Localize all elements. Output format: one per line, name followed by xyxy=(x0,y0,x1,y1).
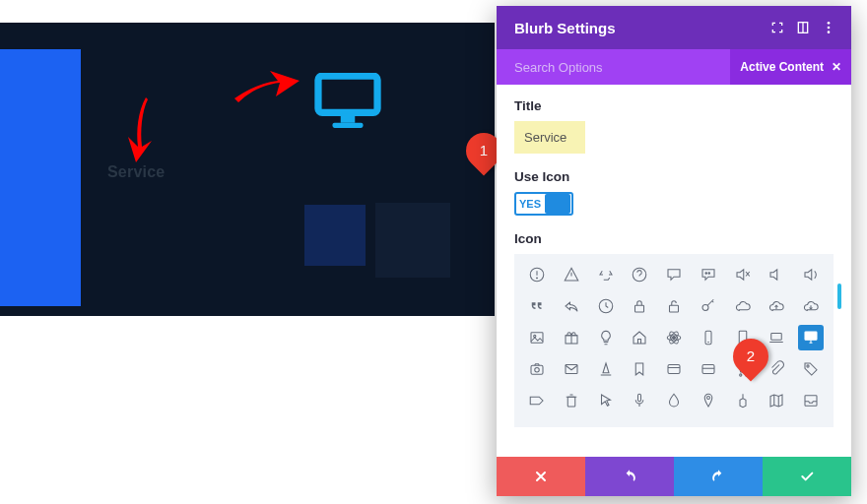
icon-grid xyxy=(514,254,834,427)
svg-point-6 xyxy=(828,27,831,30)
vol-hi-icon[interactable] xyxy=(798,262,824,287)
gift-icon[interactable] xyxy=(559,325,584,350)
card-icon[interactable] xyxy=(661,356,687,382)
vol-mute-icon[interactable] xyxy=(730,262,756,287)
map-icon[interactable] xyxy=(764,388,789,413)
title-input[interactable] xyxy=(514,121,834,154)
cloud-icon[interactable] xyxy=(730,293,756,319)
title-label: Title xyxy=(514,98,834,113)
icon-label: Icon xyxy=(514,231,834,246)
more-icon[interactable] xyxy=(816,15,841,40)
image-icon[interactable] xyxy=(524,325,550,350)
clock-icon[interactable] xyxy=(593,293,619,319)
card2-icon[interactable] xyxy=(696,356,721,382)
settings-panel: Blurb Settings Active Content ✕ Title xyxy=(497,6,851,496)
svg-rect-41 xyxy=(702,365,714,374)
exclamation-icon[interactable] xyxy=(524,262,550,287)
expand-icon[interactable] xyxy=(790,15,816,40)
redo-button[interactable] xyxy=(674,457,763,496)
cursor-icon[interactable] xyxy=(593,388,619,413)
close-icon[interactable]: ✕ xyxy=(832,60,841,74)
panel-body: Title Use Icon YES Icon xyxy=(497,85,851,457)
preview-box-navy xyxy=(375,203,450,278)
red-arrow-right xyxy=(229,63,307,112)
panel-search-bar: Active Content ✕ xyxy=(497,49,851,85)
svg-rect-2 xyxy=(332,123,363,128)
svg-point-13 xyxy=(705,273,707,275)
cloud-up-icon[interactable] xyxy=(764,293,789,319)
active-content-tag[interactable]: Active Content ✕ xyxy=(730,49,851,85)
atom-icon[interactable] xyxy=(661,325,687,350)
mail-icon[interactable] xyxy=(559,356,584,382)
pin-icon[interactable] xyxy=(696,388,721,413)
bookmark-icon[interactable] xyxy=(627,356,652,382)
speech-dots-icon[interactable] xyxy=(696,262,721,287)
key-icon[interactable] xyxy=(696,293,721,319)
drop-icon[interactable] xyxy=(661,388,687,413)
trash-icon[interactable] xyxy=(559,388,584,413)
svg-rect-18 xyxy=(635,305,644,312)
svg-point-7 xyxy=(828,31,831,33)
svg-rect-37 xyxy=(566,365,577,374)
svg-rect-47 xyxy=(638,394,641,402)
svg-point-25 xyxy=(673,337,676,340)
active-content-label: Active Content xyxy=(740,60,824,74)
cone-icon[interactable] xyxy=(593,356,619,382)
lock-icon[interactable] xyxy=(627,293,652,319)
red-arrow-left xyxy=(108,92,167,170)
thumb-icon[interactable] xyxy=(730,388,756,413)
inbox-icon[interactable] xyxy=(798,388,824,413)
svg-point-43 xyxy=(739,374,741,376)
tag-icon[interactable] xyxy=(798,356,824,382)
monitor-icon xyxy=(314,73,381,130)
svg-rect-1 xyxy=(341,113,356,122)
svg-point-45 xyxy=(807,365,809,367)
preview-canvas: Service xyxy=(0,23,495,316)
use-icon-toggle[interactable]: YES xyxy=(514,192,573,216)
toggle-text: YES xyxy=(516,198,544,210)
svg-point-36 xyxy=(535,368,540,373)
camera-icon[interactable] xyxy=(524,356,550,382)
label-icon[interactable] xyxy=(524,388,550,413)
use-icon-label: Use Icon xyxy=(514,169,834,184)
svg-rect-19 xyxy=(670,305,679,312)
svg-rect-46 xyxy=(567,397,575,407)
preview-box-dark-blue xyxy=(304,205,366,266)
svg-point-48 xyxy=(706,397,709,400)
confirm-button[interactable] xyxy=(763,457,851,496)
recycle-icon[interactable] xyxy=(593,262,619,287)
svg-rect-0 xyxy=(318,76,377,112)
cloud-down-icon[interactable] xyxy=(798,293,824,319)
question-icon[interactable] xyxy=(627,262,652,287)
mic-icon[interactable] xyxy=(627,388,652,413)
toggle-knob xyxy=(545,194,570,214)
warning-icon[interactable] xyxy=(559,262,584,287)
reply-icon[interactable] xyxy=(559,293,584,319)
quote-icon[interactable] xyxy=(524,293,550,319)
panel-title: Blurb Settings xyxy=(514,20,765,36)
monitor-icon[interactable] xyxy=(798,325,824,350)
vol-low-icon[interactable] xyxy=(764,262,789,287)
svg-rect-34 xyxy=(805,332,817,340)
svg-rect-39 xyxy=(668,365,680,374)
bulb-icon[interactable] xyxy=(593,325,619,350)
cancel-button[interactable] xyxy=(497,457,585,496)
focus-icon[interactable] xyxy=(765,15,790,40)
svg-point-20 xyxy=(702,305,708,311)
svg-rect-21 xyxy=(531,333,543,344)
home-icon[interactable] xyxy=(627,325,652,350)
icon-scroll-thumb[interactable] xyxy=(837,284,841,309)
speech-icon[interactable] xyxy=(661,262,687,287)
svg-point-10 xyxy=(537,278,538,279)
svg-rect-51 xyxy=(805,396,817,407)
undo-button[interactable] xyxy=(585,457,674,496)
callout-2: 2 xyxy=(726,332,776,382)
preview-blue-card xyxy=(0,49,81,306)
panel-footer xyxy=(497,457,851,496)
lock-open-icon[interactable] xyxy=(661,293,687,319)
panel-header: Blurb Settings xyxy=(497,6,851,49)
search-input[interactable] xyxy=(497,60,730,75)
svg-point-14 xyxy=(708,273,710,275)
phone-icon[interactable] xyxy=(696,325,721,350)
field-title: Title xyxy=(514,98,834,154)
